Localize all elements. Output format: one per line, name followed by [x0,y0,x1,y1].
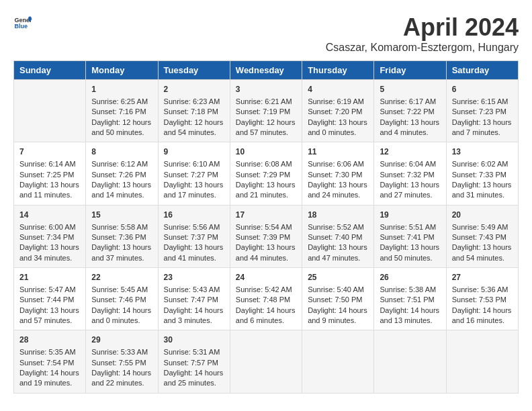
calendar-cell: 18Sunrise: 5:52 AM Sunset: 7:40 PM Dayli… [302,205,374,267]
calendar-cell: 29Sunrise: 5:33 AM Sunset: 7:55 PM Dayli… [86,330,158,393]
day-number: 21 [19,272,80,283]
calendar-cell: 4Sunrise: 6:19 AM Sunset: 7:20 PM Daylig… [302,80,374,142]
day-info: Sunrise: 5:51 AM Sunset: 7:41 PM Dayligh… [380,223,439,262]
calendar-cell [374,330,446,393]
day-number: 26 [380,272,440,283]
day-number: 20 [452,210,513,221]
day-number: 27 [452,272,513,283]
calendar-table: SundayMondayTuesdayWednesdayThursdayFrid… [13,60,519,394]
calendar-cell [230,330,302,393]
calendar-week-row: 21Sunrise: 5:47 AM Sunset: 7:44 PM Dayli… [14,268,519,330]
logo-icon: General Blue [13,13,32,32]
page-header: General Blue April 2024 Csaszar, Komarom… [13,13,519,54]
day-info: Sunrise: 6:02 AM Sunset: 7:33 PM Dayligh… [452,160,512,199]
calendar-week-row: 28Sunrise: 5:35 AM Sunset: 7:54 PM Dayli… [14,330,519,393]
calendar-cell: 27Sunrise: 5:36 AM Sunset: 7:53 PM Dayli… [446,268,518,330]
calendar-cell: 30Sunrise: 5:31 AM Sunset: 7:57 PM Dayli… [158,330,230,393]
calendar-cell: 16Sunrise: 5:56 AM Sunset: 7:37 PM Dayli… [158,205,230,267]
calendar-cell: 24Sunrise: 5:42 AM Sunset: 7:48 PM Dayli… [230,268,302,330]
day-number: 6 [452,84,513,95]
day-info: Sunrise: 5:33 AM Sunset: 7:55 PM Dayligh… [91,348,151,387]
calendar-cell: 7Sunrise: 6:14 AM Sunset: 7:25 PM Daylig… [14,142,86,205]
day-info: Sunrise: 6:19 AM Sunset: 7:20 PM Dayligh… [308,97,367,136]
day-info: Sunrise: 6:06 AM Sunset: 7:30 PM Dayligh… [308,160,367,199]
header-day-monday: Monday [86,61,158,80]
day-info: Sunrise: 5:36 AM Sunset: 7:53 PM Dayligh… [452,285,512,324]
day-info: Sunrise: 6:00 AM Sunset: 7:34 PM Dayligh… [19,223,79,262]
calendar-cell: 17Sunrise: 5:54 AM Sunset: 7:39 PM Dayli… [230,205,302,267]
calendar-cell: 13Sunrise: 6:02 AM Sunset: 7:33 PM Dayli… [446,142,518,205]
day-info: Sunrise: 5:31 AM Sunset: 7:57 PM Dayligh… [164,348,224,387]
page-subtitle: Csaszar, Komarom-Esztergom, Hungary [326,42,519,54]
day-number: 1 [91,84,152,95]
day-number: 28 [19,334,80,346]
day-info: Sunrise: 5:52 AM Sunset: 7:40 PM Dayligh… [308,223,367,262]
calendar-cell: 11Sunrise: 6:06 AM Sunset: 7:30 PM Dayli… [302,142,374,205]
day-number: 17 [236,210,296,221]
svg-text:Blue: Blue [14,23,28,30]
day-number: 11 [308,146,368,158]
title-area: April 2024 Csaszar, Komarom-Esztergom, H… [326,13,519,54]
day-number: 23 [164,272,224,283]
day-number: 9 [164,146,224,158]
day-info: Sunrise: 5:58 AM Sunset: 7:36 PM Dayligh… [91,223,151,262]
day-number: 24 [236,272,296,283]
logo: General Blue [13,13,32,32]
calendar-cell: 1Sunrise: 6:25 AM Sunset: 7:16 PM Daylig… [86,80,158,142]
calendar-cell: 10Sunrise: 6:08 AM Sunset: 7:29 PM Dayli… [230,142,302,205]
day-number: 19 [380,210,440,221]
calendar-week-row: 7Sunrise: 6:14 AM Sunset: 7:25 PM Daylig… [14,142,519,205]
day-number: 5 [380,84,440,95]
day-number: 4 [308,84,368,95]
day-number: 30 [164,334,224,346]
day-number: 13 [452,146,513,158]
calendar-cell: 21Sunrise: 5:47 AM Sunset: 7:44 PM Dayli… [14,268,86,330]
page-title: April 2024 [326,13,519,42]
day-info: Sunrise: 5:47 AM Sunset: 7:44 PM Dayligh… [19,285,79,324]
day-number: 15 [91,210,152,221]
calendar-cell: 23Sunrise: 5:43 AM Sunset: 7:47 PM Dayli… [158,268,230,330]
calendar-week-row: 1Sunrise: 6:25 AM Sunset: 7:16 PM Daylig… [14,80,519,142]
calendar-cell: 15Sunrise: 5:58 AM Sunset: 7:36 PM Dayli… [86,205,158,267]
calendar-cell: 25Sunrise: 5:40 AM Sunset: 7:50 PM Dayli… [302,268,374,330]
calendar-cell: 19Sunrise: 5:51 AM Sunset: 7:41 PM Dayli… [374,205,446,267]
day-info: Sunrise: 6:23 AM Sunset: 7:18 PM Dayligh… [164,97,224,136]
day-info: Sunrise: 5:43 AM Sunset: 7:47 PM Dayligh… [164,285,224,324]
calendar-cell: 14Sunrise: 6:00 AM Sunset: 7:34 PM Dayli… [14,205,86,267]
calendar-cell: 28Sunrise: 5:35 AM Sunset: 7:54 PM Dayli… [14,330,86,393]
day-info: Sunrise: 5:54 AM Sunset: 7:39 PM Dayligh… [236,223,296,262]
day-info: Sunrise: 5:45 AM Sunset: 7:46 PM Dayligh… [91,285,151,324]
header-day-friday: Friday [374,61,446,80]
day-info: Sunrise: 5:42 AM Sunset: 7:48 PM Dayligh… [236,285,296,324]
day-number: 14 [19,210,80,221]
calendar-cell: 3Sunrise: 6:21 AM Sunset: 7:19 PM Daylig… [230,80,302,142]
day-number: 2 [164,84,224,95]
day-info: Sunrise: 6:17 AM Sunset: 7:22 PM Dayligh… [380,97,439,136]
calendar-cell: 6Sunrise: 6:15 AM Sunset: 7:23 PM Daylig… [446,80,518,142]
day-info: Sunrise: 5:49 AM Sunset: 7:43 PM Dayligh… [452,223,512,262]
day-info: Sunrise: 6:10 AM Sunset: 7:27 PM Dayligh… [164,160,224,199]
day-info: Sunrise: 5:40 AM Sunset: 7:50 PM Dayligh… [308,285,367,324]
calendar-cell: 5Sunrise: 6:17 AM Sunset: 7:22 PM Daylig… [374,80,446,142]
calendar-cell: 26Sunrise: 5:38 AM Sunset: 7:51 PM Dayli… [374,268,446,330]
calendar-cell: 22Sunrise: 5:45 AM Sunset: 7:46 PM Dayli… [86,268,158,330]
calendar-cell [14,80,86,142]
day-number: 12 [380,146,440,158]
day-info: Sunrise: 6:15 AM Sunset: 7:23 PM Dayligh… [452,97,512,136]
day-number: 29 [91,334,152,346]
calendar-cell: 8Sunrise: 6:12 AM Sunset: 7:26 PM Daylig… [86,142,158,205]
header-day-tuesday: Tuesday [158,61,230,80]
day-info: Sunrise: 6:14 AM Sunset: 7:25 PM Dayligh… [19,160,79,199]
day-number: 22 [91,272,152,283]
header-day-thursday: Thursday [302,61,374,80]
day-info: Sunrise: 6:21 AM Sunset: 7:19 PM Dayligh… [236,97,296,136]
day-info: Sunrise: 6:04 AM Sunset: 7:32 PM Dayligh… [380,160,439,199]
calendar-cell: 20Sunrise: 5:49 AM Sunset: 7:43 PM Dayli… [446,205,518,267]
day-number: 7 [19,146,80,158]
day-info: Sunrise: 5:38 AM Sunset: 7:51 PM Dayligh… [380,285,439,324]
day-info: Sunrise: 6:12 AM Sunset: 7:26 PM Dayligh… [91,160,151,199]
day-number: 25 [308,272,368,283]
day-info: Sunrise: 6:25 AM Sunset: 7:16 PM Dayligh… [91,97,151,136]
day-number: 3 [236,84,296,95]
calendar-cell: 2Sunrise: 6:23 AM Sunset: 7:18 PM Daylig… [158,80,230,142]
